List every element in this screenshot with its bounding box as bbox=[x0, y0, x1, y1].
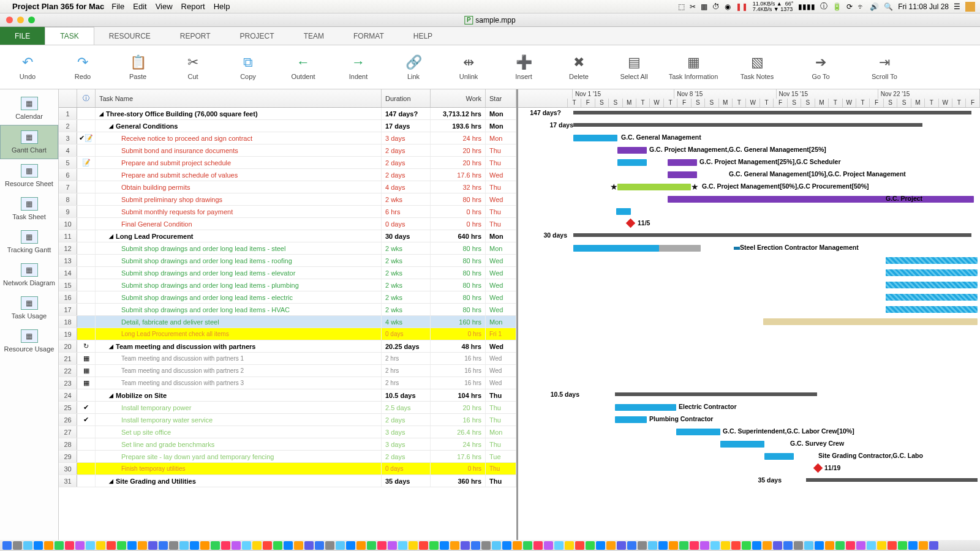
app-name[interactable]: Project Plan 365 for Mac bbox=[12, 2, 104, 11]
work-cell[interactable]: 193.6 hrs bbox=[431, 120, 486, 132]
task-name-cell[interactable]: ◢ Team meeting and discussion with partn… bbox=[96, 340, 382, 352]
gantt-row[interactable] bbox=[518, 353, 980, 365]
day-header[interactable]: T bbox=[636, 99, 650, 108]
day-header[interactable]: M bbox=[623, 99, 636, 108]
spotlight-icon[interactable]: 🔍 bbox=[884, 2, 893, 11]
gantt-row[interactable]: 11/19 bbox=[518, 463, 980, 475]
duration-cell[interactable]: 2 days bbox=[382, 169, 431, 181]
wifi-icon[interactable]: ᯤ bbox=[858, 2, 865, 11]
dock-app-icon[interactable] bbox=[377, 541, 386, 550]
task-name-cell[interactable]: Prepare and submit project schedule bbox=[96, 157, 382, 168]
sidebar-tracking-gantt[interactable]: ▦Tracking Gantt bbox=[0, 225, 58, 258]
dock-app-icon[interactable] bbox=[75, 541, 85, 550]
dock-app-icon[interactable] bbox=[304, 541, 314, 550]
work-cell[interactable]: 16 hrs bbox=[431, 414, 486, 425]
start-cell[interactable]: Wed bbox=[486, 304, 516, 315]
dock-app-icon[interactable] bbox=[898, 541, 907, 550]
sidebar-network-diagram[interactable]: ▦Network Diagram bbox=[0, 258, 58, 291]
dock-app-icon[interactable] bbox=[263, 541, 272, 550]
start-cell[interactable]: Mon bbox=[486, 230, 516, 242]
tab-file[interactable]: FILE bbox=[0, 27, 45, 45]
milestone-icon[interactable] bbox=[813, 463, 823, 473]
day-header[interactable]: W bbox=[843, 99, 856, 108]
task-row[interactable]: 24◢ Mobilize on Site10.5 days104 hrsThu bbox=[59, 389, 516, 402]
gantt-row[interactable]: 10.5 days bbox=[518, 389, 980, 402]
task-row[interactable]: 7Obtain building permits4 days32 hrsThu bbox=[59, 181, 516, 193]
dock-app-icon[interactable] bbox=[700, 541, 709, 550]
start-cell[interactable]: Mon bbox=[486, 242, 516, 254]
summary-bar[interactable] bbox=[615, 392, 817, 396]
task-row[interactable]: 25✔Install temporary power2.5 days20 hrs… bbox=[59, 402, 516, 414]
tool-select-all[interactable]: ▤Select All bbox=[606, 45, 662, 89]
task-name-cell[interactable]: Submit preliminary shop drawings bbox=[96, 193, 382, 205]
task-name-cell[interactable]: Submit shop drawings and order long lead… bbox=[96, 267, 382, 279]
disc-icon[interactable]: ◉ bbox=[725, 2, 731, 11]
dock-app-icon[interactable] bbox=[513, 541, 522, 550]
milestone-icon[interactable] bbox=[626, 219, 636, 228]
task-row[interactable]: 9Submit monthly requests for payment6 hr… bbox=[59, 206, 516, 218]
tool-scroll-to[interactable]: ⇥Scroll To bbox=[853, 45, 916, 89]
summary-bar[interactable] bbox=[573, 233, 971, 237]
task-name-cell[interactable]: Submit bond and insurance documents bbox=[96, 144, 382, 156]
task-bar[interactable] bbox=[573, 245, 659, 252]
dock-app-icon[interactable] bbox=[586, 541, 595, 550]
dock-app-icon[interactable] bbox=[461, 541, 470, 550]
work-cell[interactable]: 0 hrs bbox=[431, 463, 486, 474]
dock-app-icon[interactable] bbox=[409, 541, 418, 550]
dock-app-icon[interactable] bbox=[325, 541, 334, 550]
day-header[interactable]: T bbox=[733, 99, 746, 108]
dock-app-icon[interactable] bbox=[554, 541, 564, 550]
task-row[interactable]: 15Submit shop drawings and order long le… bbox=[59, 279, 516, 291]
task-row[interactable]: 6Prepare and submit schedule of values2 … bbox=[59, 169, 516, 181]
duration-cell[interactable]: 2 wks bbox=[382, 242, 431, 254]
gantt-row[interactable]: 17 days bbox=[518, 120, 980, 132]
dock-app-icon[interactable] bbox=[2, 541, 12, 550]
gantt-row[interactable]: 30 days bbox=[518, 230, 980, 242]
gantt-row[interactable]: G.C. Project Management,G.C. General Man… bbox=[518, 144, 980, 157]
task-bar[interactable] bbox=[617, 184, 691, 190]
day-header[interactable]: S bbox=[595, 99, 609, 108]
row-number[interactable]: 29 bbox=[59, 451, 77, 462]
work-cell[interactable]: 360 hrs bbox=[431, 475, 486, 487]
task-bar[interactable] bbox=[668, 159, 697, 166]
duration-cell[interactable]: 2 hrs bbox=[382, 353, 431, 364]
dock-app-icon[interactable] bbox=[388, 541, 397, 550]
row-number[interactable]: 23 bbox=[59, 377, 77, 389]
dock-app-icon[interactable] bbox=[107, 541, 116, 550]
day-header[interactable]: W bbox=[939, 99, 952, 108]
dock-app-icon[interactable] bbox=[190, 541, 199, 550]
gantt-row[interactable]: Site Grading Contractor,G.C. Labo bbox=[518, 451, 980, 463]
tab-report[interactable]: REPORT bbox=[165, 27, 225, 45]
day-header[interactable]: T bbox=[760, 99, 774, 108]
gantt-body[interactable]: 147 days?17 daysG.C. General ManagementG… bbox=[518, 108, 980, 540]
work-cell[interactable]: 16 hrs bbox=[431, 377, 486, 389]
task-row[interactable]: 1◢ Three-story Office Building (76,000 s… bbox=[59, 108, 516, 120]
row-number[interactable]: 13 bbox=[59, 255, 77, 266]
task-name-cell[interactable]: Submit shop drawings and order long lead… bbox=[96, 304, 382, 315]
start-cell[interactable]: Wed bbox=[486, 267, 516, 279]
work-cell[interactable]: 104 hrs bbox=[431, 389, 486, 401]
gantt-row[interactable] bbox=[518, 328, 980, 340]
sync-icon[interactable]: ⟳ bbox=[846, 2, 853, 11]
task-name-cell[interactable]: ◢ Site Grading and Utilities bbox=[96, 475, 382, 487]
task-bar[interactable] bbox=[886, 269, 978, 276]
gantt-row[interactable]: G.C. Project bbox=[518, 193, 980, 206]
work-cell[interactable]: 20 hrs bbox=[431, 157, 486, 168]
day-header[interactable]: S bbox=[801, 99, 815, 108]
start-cell[interactable]: Thu bbox=[486, 206, 516, 217]
tool-task-information[interactable]: ▦Task Information bbox=[662, 45, 725, 89]
dock-app-icon[interactable] bbox=[252, 541, 262, 550]
dock-app-icon[interactable] bbox=[919, 541, 928, 550]
start-cell[interactable]: Thu bbox=[486, 389, 516, 401]
dock-app-icon[interactable] bbox=[533, 541, 543, 550]
duration-cell[interactable]: 0 days bbox=[382, 463, 431, 474]
dock-app-icon[interactable] bbox=[315, 541, 324, 550]
start-cell[interactable]: Thu bbox=[486, 144, 516, 156]
sidebar-resource-usage[interactable]: ▦Resource Usage bbox=[0, 324, 58, 358]
work-cell[interactable]: 24 hrs bbox=[431, 438, 486, 450]
day-header[interactable]: S bbox=[897, 99, 911, 108]
dock-app-icon[interactable] bbox=[888, 541, 897, 550]
dock-app-icon[interactable] bbox=[346, 541, 355, 550]
row-number[interactable]: 4 bbox=[59, 144, 77, 156]
dock-app-icon[interactable] bbox=[356, 541, 366, 550]
